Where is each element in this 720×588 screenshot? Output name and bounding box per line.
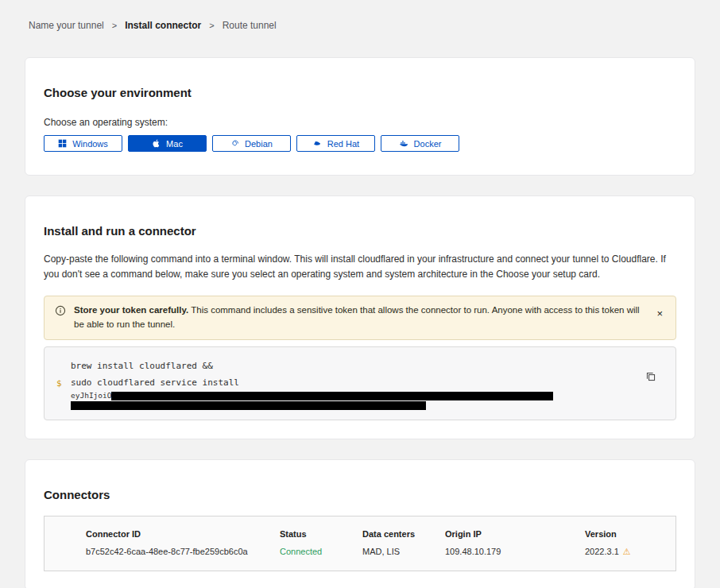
token-warning-text: Store your token carefully. This command… bbox=[74, 304, 645, 332]
col-header-status: Status bbox=[280, 529, 362, 539]
command-token-line: eyJhIjoiO bbox=[71, 391, 663, 400]
col-header-version: Version bbox=[585, 529, 663, 539]
install-connector-description: Copy-paste the following command into a … bbox=[44, 252, 676, 281]
install-command-text: brew install cloudflared && sudo cloudfl… bbox=[71, 358, 663, 410]
warning-triangle-icon: ⚠ bbox=[623, 547, 631, 557]
os-select-label: Choose an operating system: bbox=[44, 117, 676, 128]
command-line-1: brew install cloudflared && bbox=[71, 358, 663, 374]
windows-icon bbox=[58, 139, 67, 148]
token-warning-banner: Store your token carefully. This command… bbox=[44, 296, 676, 340]
command-line-2: sudo cloudflared service install bbox=[71, 374, 663, 391]
close-icon[interactable]: × bbox=[653, 307, 666, 320]
col-header-data-centers: Data centers bbox=[362, 529, 445, 539]
os-button-label: Windows bbox=[72, 139, 108, 149]
debian-icon bbox=[230, 139, 239, 148]
breadcrumb-step-name-your-tunnel[interactable]: Name your tunnel bbox=[29, 20, 104, 31]
version-value: 2022.3.1 ⚠ bbox=[585, 547, 663, 557]
connectors-card: Connectors Connector ID Status Data cent… bbox=[25, 459, 695, 588]
breadcrumb-separator: > bbox=[209, 21, 214, 30]
origin-ip-value: 109.48.10.179 bbox=[445, 547, 585, 557]
docker-icon bbox=[399, 139, 408, 149]
breadcrumb-separator: > bbox=[112, 21, 117, 30]
token-warning-title: Store your token carefully. bbox=[74, 305, 188, 315]
breadcrumb-step-install-connector[interactable]: Install connector bbox=[125, 20, 201, 31]
breadcrumb-step-route-tunnel[interactable]: Route tunnel bbox=[223, 20, 277, 31]
terminal-prompt: $ bbox=[56, 378, 64, 389]
table-row: b7c52c42-6caa-48ee-8c77-fbe259cb6c0a Con… bbox=[86, 547, 663, 557]
info-icon bbox=[55, 305, 66, 321]
os-button-windows[interactable]: Windows bbox=[44, 135, 122, 152]
os-button-label: Debian bbox=[245, 139, 273, 149]
breadcrumb: Name your tunnel > Install connector > R… bbox=[0, 0, 720, 57]
redhat-icon bbox=[312, 139, 322, 149]
connector-id-value: b7c52c42-6caa-48ee-8c77-fbe259cb6c0a bbox=[86, 547, 280, 557]
connectors-table: Connector ID Status Data centers Origin … bbox=[44, 516, 676, 571]
os-button-docker[interactable]: Docker bbox=[381, 135, 459, 152]
status-badge: Connected bbox=[280, 547, 362, 557]
os-button-label: Mac bbox=[166, 139, 183, 149]
os-button-debian[interactable]: Debian bbox=[212, 135, 291, 152]
os-button-label: Red Hat bbox=[327, 139, 359, 149]
command-token-line-2 bbox=[71, 400, 663, 410]
install-connector-title: Install and run a connector bbox=[44, 224, 676, 238]
os-button-redhat[interactable]: Red Hat bbox=[296, 135, 375, 152]
environment-card: Choose your environment Choose an operat… bbox=[25, 57, 695, 176]
col-header-connector-id: Connector ID bbox=[86, 529, 280, 539]
col-header-origin-ip: Origin IP bbox=[445, 529, 585, 539]
environment-card-title: Choose your environment bbox=[44, 86, 676, 99]
install-connector-card: Install and run a connector Copy-paste t… bbox=[25, 195, 695, 439]
connectors-title: Connectors bbox=[44, 488, 676, 501]
os-button-mac[interactable]: Mac bbox=[128, 135, 207, 152]
install-command-block: $ brew install cloudflared && sudo cloud… bbox=[44, 346, 676, 420]
data-centers-value: MAD, LIS bbox=[362, 547, 445, 557]
token-prefix: eyJhIjoiO bbox=[71, 391, 111, 400]
redacted-token-bar-2 bbox=[71, 401, 426, 410]
apple-icon bbox=[152, 139, 161, 148]
os-button-label: Docker bbox=[414, 139, 442, 149]
copy-icon[interactable] bbox=[644, 369, 658, 386]
redacted-token-bar-1 bbox=[111, 392, 553, 400]
os-button-group: Windows Mac Debian Red Hat Docker bbox=[44, 135, 676, 152]
connectors-table-header: Connector ID Status Data centers Origin … bbox=[86, 529, 663, 539]
